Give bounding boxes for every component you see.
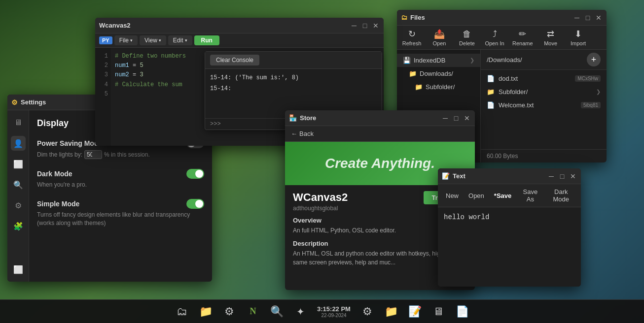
taskbar-folder-btn[interactable]: 📁 [196,302,215,322]
text-darkmode-btn[interactable]: Dark Mode [546,187,576,204]
downloads-folder-icon: 📁 [409,70,417,77]
clear-console-btn[interactable]: Clear Console [210,55,259,65]
files-minimize-btn[interactable]: ─ [573,14,581,22]
indexeddb-arrow-icon: ❯ [470,57,474,64]
list-item[interactable]: 📄 Welcome.txt 5ibq81 [481,98,607,112]
files-refresh-btn[interactable]: ↻ Refresh [402,29,422,46]
wcanvas-title-text: Wcanvas2 [99,22,131,29]
view-menu-btn[interactable]: View ▾ [140,35,166,45]
text-titlebar: 📝 Text ─ □ ✕ [438,168,581,184]
wcanvas-maximize-btn[interactable]: □ [361,22,369,30]
sidebar-icon-bottom[interactable]: ⬜ [11,262,26,277]
text-minimize-btn[interactable]: ─ [547,172,555,180]
store-app-info: WCanvas2 adthoughtsglobal [293,191,348,212]
edit-menu-btn[interactable]: Edit ▾ [168,35,192,45]
dark-mode-toggle[interactable] [186,169,204,179]
welcome-badge: 5ibq81 [581,102,601,108]
files-toolbar: ↻ Refresh 📤 Open 🗑 Delete ⤴ Open In ✏ Re… [397,26,607,50]
taskbar-clock: 3:15:22 PM 22-09-2024 [314,305,354,318]
clock-time: 3:15:22 PM [317,305,351,313]
files-rename-btn[interactable]: ✏ Rename [512,29,533,46]
text-toolbar: New Open *Save Save As Dark Mode [438,184,581,207]
sidebar-icon-screen[interactable]: ⬜ [11,157,26,171]
console-line-2: 15-14: [210,84,377,95]
wcanvas-titlebar: Wcanvas2 ─ □ ✕ [95,18,384,33]
import-icon: ⬇ [574,29,582,39]
settings-gear-icon: ⚙ [11,98,18,106]
files-close-btn[interactable]: ✕ [595,14,603,22]
clock-date: 22-09-2024 [321,313,346,318]
files-sidebar-subfolder[interactable]: 📁 Subfolder/ [397,80,480,94]
files-delete-btn[interactable]: 🗑 Delete [457,29,477,46]
taskbar-files-btn[interactable]: 🗂 [172,302,192,322]
list-item[interactable]: 📁 Subfolder/ ❯ [481,85,607,98]
subfolder-arrow: ❯ [596,89,601,95]
simple-mode-toggle[interactable] [186,199,204,209]
file-arrow-icon: ▾ [130,38,133,43]
text-title-icon: 📝 [442,172,450,180]
files-maximize-btn[interactable]: □ [584,14,592,22]
files-open-btn[interactable]: 📤 Open [429,29,449,46]
subfolder-name: Subfolder/ [499,88,528,96]
taskbar-docs-btn[interactable]: 📄 [452,302,472,322]
text-maximize-btn[interactable]: □ [558,172,566,180]
text-editor[interactable]: hello world [438,207,581,287]
power-saving-desc: Dim the lights by: % in this session. [37,150,204,159]
simple-mode-knob [195,200,203,208]
run-btn[interactable]: Run [194,35,219,45]
dark-mode-title: Dark Mode [37,170,72,178]
store-minimize-btn[interactable]: ─ [441,114,449,122]
files-path-bar: /Downloads/ + [481,50,607,70]
files-add-btn[interactable]: + [587,53,601,66]
taskbar-settings2-btn[interactable]: ⚙ [358,302,377,322]
dod-badge: MCxSHw [575,75,601,82]
files-sidebar-downloads[interactable]: 📁 Downloads/ [397,67,480,80]
store-maximize-btn[interactable]: □ [452,114,460,122]
taskbar-wcanvas-btn[interactable]: 🖥 [429,302,448,322]
sidebar-icon-extension[interactable]: 🧩 [11,219,26,233]
dark-mode-item: Dark Mode When you're a pro. [37,169,204,189]
simple-mode-title: Simple Mode [37,200,79,208]
text-close-btn[interactable]: ✕ [569,172,577,180]
files-sidebar-indexeddb[interactable]: 💾 IndexedDB ❯ [397,54,480,67]
store-close-btn[interactable]: ✕ [463,114,471,122]
sidebar-icon-display[interactable]: 👤 [11,136,26,151]
simple-mode-item: Simple Mode Turns off fancy design eleme… [37,199,204,227]
delete-icon: 🗑 [463,29,471,39]
wcanvas-close-btn[interactable]: ✕ [372,22,380,30]
taskbar-notes-btn[interactable]: 📝 [405,302,425,322]
store-app-name: WCanvas2 [293,191,348,204]
text-save-btn[interactable]: *Save [491,191,514,200]
files-import-btn[interactable]: ⬇ Import [569,29,588,46]
dod-filename: dod.txt [499,75,518,82]
taskbar-folder2-btn[interactable]: 📁 [381,302,401,322]
files-title: 🗂 Files [401,14,573,21]
open-icon: 📤 [434,29,445,39]
list-item[interactable]: 📄 dod.txt MCxSHw [481,72,607,85]
taskbar-settings-btn[interactable]: ⚙ [219,302,239,322]
taskbar-sparkle-btn[interactable]: ✦ [290,302,310,322]
power-saving-input[interactable] [84,150,102,159]
text-open-btn[interactable]: Open [465,191,487,200]
subfolder-icon: 📁 [415,83,423,91]
store-titlebar: 🏪 Store ─ □ ✕ [285,110,475,126]
files-move-btn[interactable]: ⇄ Move [541,29,561,46]
files-openin-btn[interactable]: ⤴ Open In [485,29,504,46]
store-back-btn[interactable]: ← Back [291,130,314,137]
simple-mode-header: Simple Mode [37,199,204,209]
dark-mode-header: Dark Mode [37,169,204,179]
text-new-btn[interactable]: New [443,191,462,200]
console-line-1: 15-14: ('The sum is:', 8) [210,73,377,84]
taskbar-neovim-btn[interactable]: N [243,302,263,322]
line-numbers: 12345 [95,48,111,146]
files-title-icon: 🗂 [401,14,407,21]
text-controls: ─ □ ✕ [547,172,577,180]
file-menu-btn[interactable]: File ▾ [114,35,138,45]
sidebar-icon-monitor[interactable]: 🖥 [11,115,26,130]
wcanvas-minimize-btn[interactable]: ─ [350,22,358,30]
text-saveas-btn[interactable]: Save As [518,187,542,204]
sidebar-icon-search[interactable]: 🔍 [11,177,26,192]
files-size: 60.00 Bytes [487,153,518,160]
taskbar-search-btn[interactable]: 🔍 [267,302,286,322]
sidebar-icon-gear[interactable]: ⚙ [11,198,26,213]
